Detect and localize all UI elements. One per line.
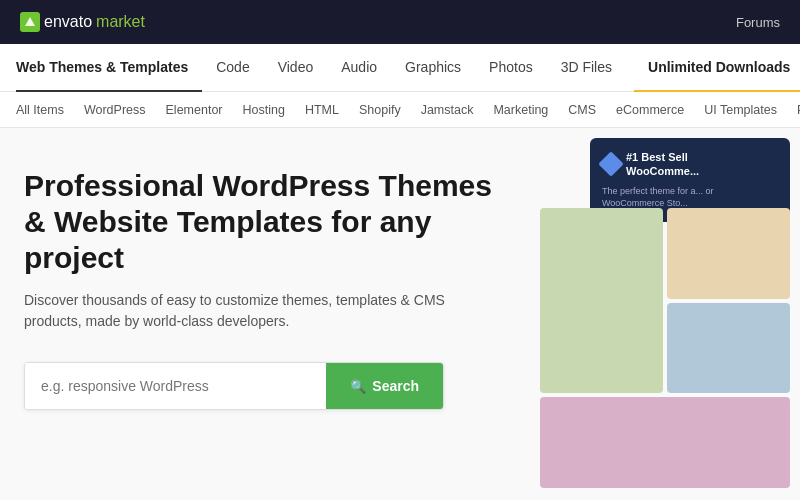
sub-nav-plugins[interactable]: Plugins bbox=[787, 92, 800, 128]
sub-nav-wordpress[interactable]: WordPress bbox=[74, 92, 156, 128]
diamond-icon bbox=[598, 152, 623, 177]
hero-title: Professional WordPress Themes & Website … bbox=[24, 168, 504, 276]
nav-item-photos[interactable]: Photos bbox=[475, 44, 547, 92]
card-description: The perfect theme for a... or WooCommerc… bbox=[602, 185, 778, 210]
hero-section: Professional WordPress Themes & Website … bbox=[0, 128, 800, 500]
nav-item-video[interactable]: Video bbox=[264, 44, 328, 92]
logo-envato-text: envato bbox=[44, 13, 92, 31]
sub-nav-cms[interactable]: CMS bbox=[558, 92, 606, 128]
main-navigation: Web Themes & Templates Code Video Audio … bbox=[0, 44, 800, 92]
nav-item-code[interactable]: Code bbox=[202, 44, 263, 92]
sub-navigation: All Items WordPress Elementor Hosting HT… bbox=[0, 92, 800, 128]
logo[interactable]: envatomarket bbox=[20, 12, 145, 32]
nav-item-web-themes[interactable]: Web Themes & Templates bbox=[16, 44, 202, 92]
card-title: WooComme... bbox=[626, 164, 699, 178]
nav-item-3d-files[interactable]: 3D Files bbox=[547, 44, 626, 92]
image-block-2 bbox=[667, 208, 790, 299]
image-mosaic bbox=[530, 208, 800, 488]
card-header: #1 Best Sell WooComme... bbox=[602, 150, 778, 179]
sub-nav-ui-templates[interactable]: UI Templates bbox=[694, 92, 787, 128]
search-icon: 🔍 bbox=[350, 379, 366, 394]
hero-subtitle: Discover thousands of easy to customize … bbox=[24, 290, 504, 332]
image-block-4 bbox=[540, 397, 790, 488]
image-block-1 bbox=[540, 208, 663, 393]
hero-image-area: #1 Best Sell WooComme... The perfect the… bbox=[520, 128, 800, 500]
envato-logo-icon bbox=[20, 12, 40, 32]
sub-nav-shopify[interactable]: Shopify bbox=[349, 92, 411, 128]
search-button[interactable]: 🔍 Search bbox=[326, 363, 443, 409]
sub-nav-all-items[interactable]: All Items bbox=[16, 92, 74, 128]
card-badge: #1 Best Sell bbox=[626, 150, 699, 164]
forums-link[interactable]: Forums bbox=[736, 15, 780, 30]
image-block-3 bbox=[667, 303, 790, 394]
logo-market-text: market bbox=[96, 13, 145, 31]
sub-nav-jamstack[interactable]: Jamstack bbox=[411, 92, 484, 128]
sub-nav-elementor[interactable]: Elementor bbox=[156, 92, 233, 128]
sub-nav-html[interactable]: HTML bbox=[295, 92, 349, 128]
nav-item-unlimited[interactable]: Unlimited Downloads bbox=[634, 44, 800, 92]
hero-content: Professional WordPress Themes & Website … bbox=[24, 168, 504, 410]
search-input[interactable] bbox=[25, 363, 326, 409]
top-bar: envatomarket Forums bbox=[0, 0, 800, 44]
search-bar: 🔍 Search bbox=[24, 362, 444, 410]
nav-item-audio[interactable]: Audio bbox=[327, 44, 391, 92]
sub-nav-hosting[interactable]: Hosting bbox=[233, 92, 295, 128]
sub-nav-marketing[interactable]: Marketing bbox=[483, 92, 558, 128]
nav-item-graphics[interactable]: Graphics bbox=[391, 44, 475, 92]
sub-nav-ecommerce[interactable]: eCommerce bbox=[606, 92, 694, 128]
